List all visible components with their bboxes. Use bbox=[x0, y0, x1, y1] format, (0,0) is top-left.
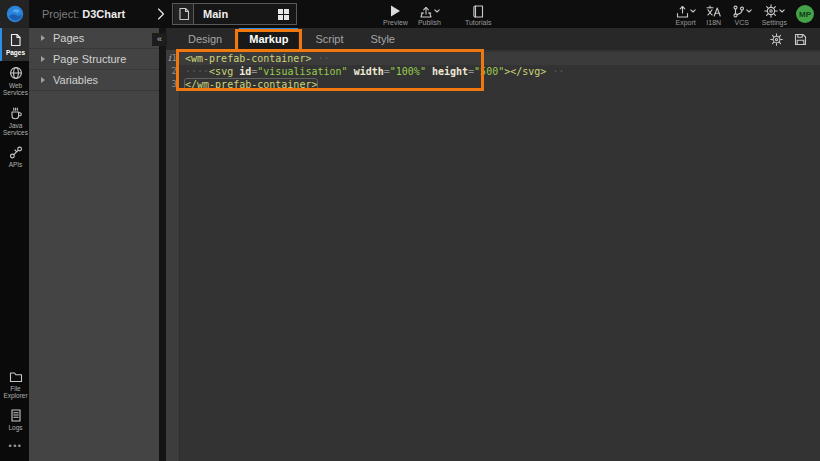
export-label: Export bbox=[675, 18, 695, 27]
i18n-button[interactable]: I18N bbox=[701, 0, 727, 28]
markup-settings-gear-icon[interactable] bbox=[770, 33, 783, 46]
branch-icon bbox=[732, 5, 745, 18]
project-breadcrumb: Project:D3Chart bbox=[42, 8, 125, 20]
panel-section-page-structure[interactable]: Page Structure bbox=[29, 49, 159, 70]
caret-right-icon bbox=[41, 77, 45, 83]
page-tab-main[interactable]: Main bbox=[172, 3, 297, 25]
code-line[interactable]: i1<wm-prefab-container> ·· bbox=[166, 52, 820, 65]
preview-button[interactable]: Preview bbox=[378, 0, 413, 28]
sidebar-item-java-services[interactable]: Java Services bbox=[0, 101, 29, 141]
rail-label: Web Services bbox=[2, 82, 29, 97]
code-text: ····<svg id="visualisation" width="100%"… bbox=[180, 65, 564, 78]
rail-label: Logs bbox=[8, 424, 22, 432]
breadcrumb-chevron-icon bbox=[157, 8, 165, 20]
app-window: Project:D3Chart Main Preview bbox=[0, 0, 820, 461]
tab-script[interactable]: Script bbox=[305, 28, 353, 50]
line-number: 2 bbox=[166, 65, 180, 78]
api-connector-icon bbox=[9, 146, 23, 159]
sidebar-item-file-explorer[interactable]: File Explorer bbox=[0, 366, 29, 404]
code-text: </wm-prefab-container> bbox=[180, 78, 317, 91]
tutorials-label: Tutorials bbox=[465, 18, 492, 27]
user-avatar[interactable]: MP bbox=[796, 5, 814, 23]
rail-label: APIs bbox=[9, 161, 23, 169]
topbar-right-actions: Export I18N bbox=[670, 0, 814, 28]
preview-label: Preview bbox=[383, 18, 408, 27]
publish-icon bbox=[419, 5, 433, 18]
pages-panel: Pages Page Structure Variables « bbox=[29, 28, 159, 461]
project-label: Project: bbox=[42, 8, 79, 20]
pages-icon bbox=[9, 33, 22, 47]
wavemaker-logo-icon bbox=[6, 5, 24, 23]
export-button[interactable]: Export bbox=[670, 0, 700, 28]
rail-label: Pages bbox=[6, 49, 25, 57]
translate-icon bbox=[706, 4, 721, 18]
coffee-cup-icon bbox=[9, 106, 23, 120]
chevron-down-icon bbox=[690, 9, 696, 13]
vcs-button[interactable]: VCS bbox=[727, 0, 757, 28]
chevron-down-icon bbox=[434, 9, 440, 13]
caret-right-icon bbox=[41, 56, 45, 62]
panel-section-label: Page Structure bbox=[53, 53, 126, 65]
panel-section-label: Pages bbox=[53, 32, 84, 44]
vcs-label: VCS bbox=[735, 18, 749, 27]
panel-section-pages[interactable]: Pages bbox=[29, 28, 159, 49]
chevron-down-icon bbox=[746, 9, 752, 13]
publish-button[interactable]: Publish bbox=[413, 0, 446, 28]
tutorials-button[interactable]: Tutorials bbox=[460, 0, 497, 28]
left-icon-rail: Pages Web Services Java Services A bbox=[0, 28, 29, 461]
code-area[interactable]: i1<wm-prefab-container> ··2····<svg id="… bbox=[166, 52, 820, 91]
logs-document-icon bbox=[10, 409, 22, 422]
code-line[interactable]: 3</wm-prefab-container> bbox=[166, 78, 820, 91]
panel-section-label: Variables bbox=[53, 74, 98, 86]
rail-label: File Explorer bbox=[2, 385, 29, 400]
code-editor[interactable]: i1<wm-prefab-container> ··2····<svg id="… bbox=[166, 50, 820, 461]
editor-pane: Design Markup Script Style i1<wm-prefab-… bbox=[166, 28, 820, 461]
chevron-down-icon bbox=[779, 9, 785, 13]
gutter-info-marker[interactable]: i bbox=[168, 52, 171, 65]
play-icon bbox=[390, 4, 401, 18]
folder-icon bbox=[9, 371, 23, 383]
wavemaker-logo[interactable] bbox=[0, 0, 29, 28]
settings-label: Settings bbox=[762, 18, 787, 27]
collapse-panel-button[interactable]: « bbox=[152, 33, 167, 46]
editor-tab-bar: Design Markup Script Style bbox=[166, 28, 820, 50]
more-options-button[interactable]: ••• bbox=[0, 435, 29, 461]
page-tab-label: Main bbox=[203, 8, 278, 20]
globe-icon bbox=[9, 66, 23, 80]
line-number: 3 bbox=[166, 78, 180, 91]
sidebar-item-apis[interactable]: APIs bbox=[0, 141, 29, 173]
i18n-label: I18N bbox=[706, 18, 721, 27]
settings-button[interactable]: Settings bbox=[757, 0, 792, 28]
code-line[interactable]: 2····<svg id="visualisation" width="100%… bbox=[166, 65, 820, 78]
rail-label: Java Services bbox=[2, 122, 29, 137]
panel-section-variables[interactable]: Variables bbox=[29, 70, 159, 91]
tab-design[interactable]: Design bbox=[178, 28, 232, 50]
sidebar-item-web-services[interactable]: Web Services bbox=[0, 61, 29, 101]
project-name: D3Chart bbox=[82, 8, 125, 20]
publish-label: Publish bbox=[418, 18, 441, 27]
panel-resize-handle[interactable] bbox=[159, 28, 166, 461]
caret-right-icon bbox=[41, 35, 45, 41]
export-icon bbox=[676, 5, 689, 18]
code-text: <wm-prefab-container> ·· bbox=[180, 52, 330, 65]
sidebar-item-pages[interactable]: Pages bbox=[0, 28, 29, 61]
tab-style[interactable]: Style bbox=[361, 28, 405, 50]
layout-grid-icon[interactable] bbox=[278, 9, 289, 20]
tab-markup[interactable]: Markup bbox=[239, 28, 298, 50]
tutorials-book-icon bbox=[472, 4, 484, 18]
topbar-center-actions: Preview Publish Tutorials bbox=[378, 0, 496, 28]
top-bar: Project:D3Chart Main Preview bbox=[0, 0, 820, 28]
gear-icon bbox=[764, 4, 778, 18]
sidebar-item-logs[interactable]: Logs bbox=[0, 404, 29, 436]
save-icon[interactable] bbox=[794, 33, 807, 46]
line-number-gutter bbox=[166, 50, 180, 461]
page-icon bbox=[174, 4, 194, 24]
